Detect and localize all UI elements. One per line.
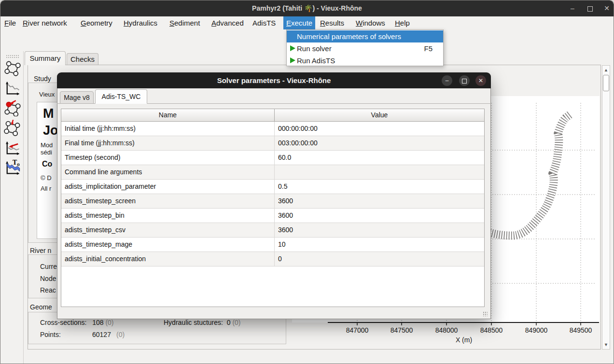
x-tick-848500: 848500: [476, 326, 507, 334]
table-row[interactable]: adists_implicitation_parameter 0.5: [61, 180, 484, 194]
menu-advanced[interactable]: Advanced: [209, 16, 247, 29]
river-current-row: Curre: [40, 263, 57, 270]
x-tick-849500: 849500: [565, 326, 596, 334]
dialog-maximize-button[interactable]: [459, 75, 470, 86]
execute-menu: Numerical parameters of solvers Run solv…: [286, 29, 444, 66]
points-stat: Points: 60127 (0): [40, 331, 61, 338]
network-reach-icon: [4, 119, 21, 136]
scroll-up-icon[interactable]: ▲: [602, 66, 610, 74]
table-row[interactable]: adists_timestep_screen 3600: [61, 194, 484, 209]
scroll-down-icon[interactable]: ▼: [602, 341, 610, 349]
menu-geometry[interactable]: Geometry: [78, 16, 115, 29]
x-tick-848000: 848000: [431, 326, 462, 334]
x-tick-849000: 849000: [521, 326, 552, 334]
table-row[interactable]: Initial time (jj:hh:mm:ss) 000:00:00:00: [61, 122, 484, 136]
close-button[interactable]: ✕: [600, 0, 613, 16]
parameters-table: Name Value Initial time (jj:hh:mm:ss) 00…: [61, 109, 485, 307]
study-subheading: Co: [42, 160, 52, 168]
menu-help[interactable]: Help: [392, 16, 413, 29]
tab-checks[interactable]: Checks: [67, 53, 98, 65]
river-reaches-row: Reac: [40, 286, 56, 294]
menu-river-network[interactable]: River network: [20, 16, 70, 29]
river-network-tool-button[interactable]: [4, 59, 21, 77]
study-copyright: © D: [41, 174, 52, 182]
shortcut-label: F5: [424, 42, 433, 55]
study-name: Vieux: [39, 91, 55, 98]
geometry-group-label: Geome: [28, 303, 54, 311]
network-icon: [4, 59, 21, 77]
study-title-line2: Jo: [43, 123, 58, 138]
dialog-titlebar[interactable]: Solver parameters - Vieux-Rhône – ✕: [57, 72, 491, 88]
vertical-scrollbar[interactable]: ▲ ▼: [602, 65, 610, 350]
application-window: Pamhyr2 (Tahiti 🌴) - Vieux-Rhône – ✕ Fil…: [0, 0, 614, 364]
study-rights: All r: [41, 185, 51, 192]
maximize-icon: [462, 79, 467, 84]
x-tick-847500: 847500: [386, 326, 417, 334]
dialog-resize-grip[interactable]: [483, 311, 488, 316]
hydraulic-structures-stat: Hydraulic stuctures: 0 (0): [164, 319, 241, 326]
initial-conditions-tool-button[interactable]: T0: [4, 159, 21, 176]
study-group-label: Study: [32, 75, 53, 83]
menu-execute[interactable]: Execute: [283, 16, 315, 29]
study-desc-line1: Mod: [41, 141, 53, 149]
menu-item-run-adists[interactable]: Run AdisTS: [287, 55, 443, 67]
river-network-group-label: River n: [28, 247, 53, 254]
cross-sections-stat: Cross-sections: 108 (0): [40, 319, 114, 326]
dialog-close-button[interactable]: ✕: [475, 75, 486, 86]
menu-adists[interactable]: AdisTS: [250, 16, 279, 29]
window-titlebar: Pamhyr2 (Tahiti 🌴) - Vieux-Rhône – ✕: [0, 0, 614, 16]
slope-tool-button[interactable]: [4, 139, 21, 156]
study-desc-line2: sédi: [41, 149, 52, 156]
solver-parameters-dialog: Solver parameters - Vieux-Rhône – ✕ Mage…: [57, 72, 491, 319]
menu-bar: File River network Geometry Hydraulics S…: [0, 16, 614, 29]
header-divider: [274, 109, 275, 122]
minimize-icon: –: [446, 77, 449, 84]
table-row[interactable]: Timestep (second) 60.0: [61, 151, 484, 165]
x-tick-847000: 847000: [342, 326, 373, 334]
dialog-title: Solver parameters - Vieux-Rhône: [57, 72, 491, 88]
profile-chart-icon: [4, 79, 21, 97]
menu-hydraulics[interactable]: Hydraulics: [121, 16, 160, 29]
menu-file[interactable]: File: [1, 16, 19, 29]
maximize-button[interactable]: [584, 0, 596, 16]
minimize-button[interactable]: –: [566, 0, 579, 16]
sidebar-grip[interactable]: [6, 55, 19, 59]
menu-item-run-solver[interactable]: Run solver F5: [287, 42, 443, 55]
node-tool-button[interactable]: [4, 99, 21, 116]
table-row[interactable]: Final time (jj:hh:mm:ss) 003:00:00:00: [61, 136, 484, 151]
tab-summary[interactable]: Summary: [25, 51, 66, 65]
menu-windows[interactable]: Windows: [353, 16, 388, 29]
column-header-value[interactable]: Value: [275, 109, 484, 122]
column-header-name[interactable]: Name: [61, 109, 274, 122]
menu-item-numerical-parameters[interactable]: Numerical parameters of solvers: [287, 30, 443, 42]
initial-conditions-icon: T0: [4, 159, 21, 176]
run-icon: [290, 57, 295, 63]
tab-adis-ts-wc[interactable]: Adis-TS_WC: [95, 89, 147, 104]
table-row[interactable]: adists_initial_concentration 0: [61, 252, 484, 266]
menu-sediment[interactable]: Sediment: [167, 16, 203, 29]
minimize-icon: –: [571, 4, 574, 12]
profile-tool-button[interactable]: [4, 79, 21, 97]
table-header: Name Value: [61, 109, 484, 122]
close-icon: ✕: [604, 4, 610, 12]
dialog-minimize-button[interactable]: –: [442, 75, 452, 86]
left-sidebar: T0: [0, 51, 24, 364]
x-axis-label: X (m): [447, 336, 481, 344]
reach-tool-button[interactable]: [4, 119, 21, 136]
network-node-icon: [4, 99, 21, 116]
maximize-icon: [587, 6, 593, 12]
scrollbar-thumb[interactable]: [603, 75, 609, 91]
run-icon: [290, 45, 295, 51]
menu-results[interactable]: Results: [317, 16, 347, 29]
svg-text:T0: T0: [13, 159, 20, 167]
profile-arrow-icon: [4, 139, 21, 156]
table-row[interactable]: adists_timestep_bin 3600: [61, 209, 484, 223]
river-nodes-row: Node: [40, 275, 56, 282]
table-row[interactable]: adists_timestep_csv 3600: [61, 223, 484, 238]
close-icon: ✕: [478, 77, 483, 84]
study-title-line1: M: [43, 106, 54, 121]
table-row[interactable]: adists_timestep_mage 10: [61, 238, 484, 252]
window-title: Pamhyr2 (Tahiti 🌴) - Vieux-Rhône: [0, 0, 614, 16]
table-row[interactable]: Command line arguments: [61, 165, 484, 180]
tab-mage-v8[interactable]: Mage v8: [60, 91, 94, 104]
